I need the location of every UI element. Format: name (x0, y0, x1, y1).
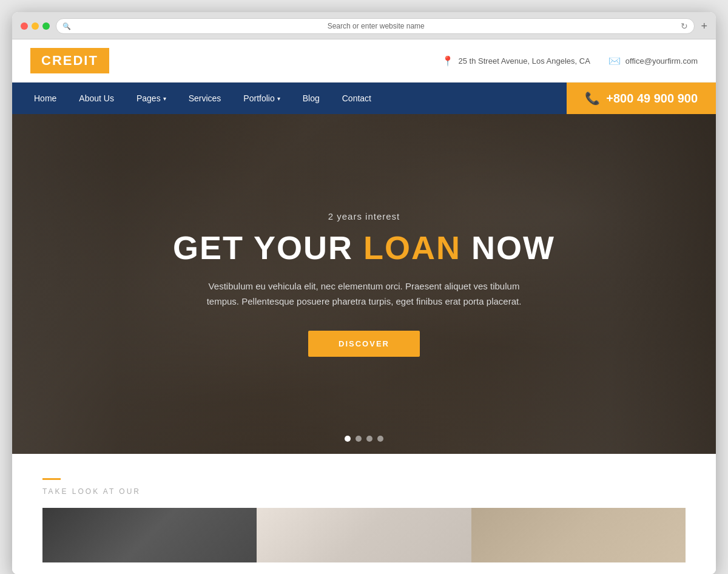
pages-dropdown-icon: ▾ (163, 95, 166, 102)
section-label: TAKE LOOK AT OUR (42, 487, 686, 496)
bottom-images (42, 508, 686, 562)
navbar: Home About Us Pages ▾ Services Portfolio… (12, 83, 716, 114)
location-icon: 📍 (442, 55, 454, 67)
hero-description: Vestibulum eu vehicula elit, nec element… (194, 279, 534, 309)
browser-window: 🔍 Search or enter website name ↻ + CREDI… (12, 12, 716, 574)
address-text: Search or enter website name (75, 22, 677, 30)
email-icon: ✉️ (608, 55, 621, 67)
hero-title-part1: GET YOUR (173, 229, 363, 266)
top-bar: CREDIT 📍 25 th Street Avenue, Los Angele… (12, 39, 716, 83)
phone-icon: 📞 (585, 91, 600, 106)
address-item: 📍 25 th Street Avenue, Los Angeles, CA (442, 55, 590, 67)
reload-button[interactable]: ↻ (681, 21, 688, 31)
phone-number: +800 49 900 900 (606, 92, 698, 106)
slider-dot-2[interactable] (356, 436, 362, 442)
slider-dots (345, 436, 383, 442)
contact-info: 📍 25 th Street Avenue, Los Angeles, CA ✉… (442, 55, 698, 67)
hero-title-highlight: LOAN (363, 229, 461, 266)
nav-item-home[interactable]: Home (24, 83, 66, 114)
search-icon: 🔍 (62, 22, 71, 30)
bottom-section: TAKE LOOK AT OUR (12, 454, 716, 574)
slider-dot-4[interactable] (377, 436, 383, 442)
nav-item-pages[interactable]: Pages ▾ (127, 83, 176, 114)
hero-content: 2 years interest GET YOUR LOAN NOW Vesti… (12, 114, 716, 454)
close-dot[interactable] (21, 22, 28, 30)
new-tab-button[interactable]: + (701, 20, 707, 33)
portfolio-dropdown-icon: ▾ (277, 95, 280, 102)
nav-item-about[interactable]: About Us (69, 83, 124, 114)
address-bar[interactable]: 🔍 Search or enter website name ↻ (56, 18, 695, 34)
nav-phone[interactable]: 📞 +800 49 900 900 (567, 83, 716, 114)
hero-subtitle: 2 years interest (328, 211, 400, 221)
browser-dots (21, 22, 50, 30)
maximize-dot[interactable] (42, 22, 50, 30)
website-content: CREDIT 📍 25 th Street Avenue, Los Angele… (12, 39, 716, 574)
discover-button[interactable]: DISCOVER (308, 331, 420, 357)
hero-title-part2: NOW (461, 229, 555, 266)
email-item: ✉️ office@yourfirm.com (608, 55, 698, 67)
nav-item-services[interactable]: Services (179, 83, 231, 114)
site-logo[interactable]: CREDIT (30, 48, 109, 73)
nav-item-contact[interactable]: Contact (332, 83, 381, 114)
hero-title: GET YOUR LOAN NOW (173, 230, 555, 266)
slider-dot-1[interactable] (345, 436, 351, 442)
address-text: 25 th Street Avenue, Los Angeles, CA (459, 56, 590, 66)
nav-links: Home About Us Pages ▾ Services Portfolio… (12, 83, 567, 114)
hero-section: 2 years interest GET YOUR LOAN NOW Vesti… (12, 114, 716, 454)
bottom-image-3 (471, 508, 686, 562)
bottom-image-1 (42, 508, 257, 562)
nav-item-blog[interactable]: Blog (293, 83, 329, 114)
email-text: office@yourfirm.com (625, 56, 698, 66)
section-tag-line (42, 478, 61, 480)
nav-item-portfolio[interactable]: Portfolio ▾ (234, 83, 289, 114)
bottom-image-2 (257, 508, 471, 562)
minimize-dot[interactable] (32, 22, 39, 30)
browser-chrome: 🔍 Search or enter website name ↻ + (12, 12, 716, 39)
slider-dot-3[interactable] (366, 436, 372, 442)
